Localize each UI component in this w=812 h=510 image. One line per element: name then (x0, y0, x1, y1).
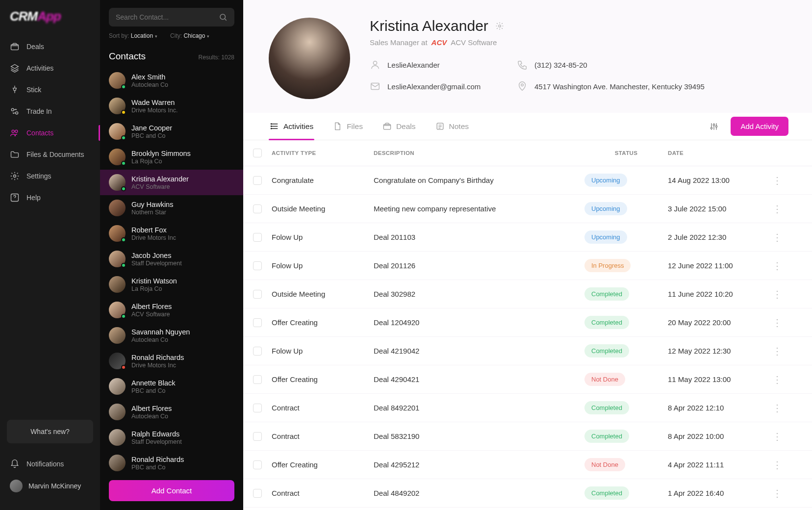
contact-row[interactable]: Jane CooperPBC and Co (100, 119, 243, 144)
avatar (109, 225, 126, 242)
contact-row[interactable]: Annette BlackPBC and Co (100, 374, 243, 399)
row-more-button[interactable]: ⋮ (766, 432, 788, 441)
row-more-button[interactable]: ⋮ (766, 204, 788, 214)
col-date: DATE (668, 150, 766, 156)
contact-company: La Roja Co (131, 158, 191, 165)
people-icon (10, 128, 20, 138)
search-input-wrap[interactable] (109, 8, 234, 26)
nav-item-settings[interactable]: Settings (0, 165, 100, 187)
contact-row[interactable]: Brooklyn SimmonsLa Roja Co (100, 144, 243, 170)
nav-item-trade-in[interactable]: Trade In (0, 101, 100, 122)
tab-activities[interactable]: Activities (269, 113, 314, 140)
status-dot (121, 110, 126, 115)
row-more-button[interactable]: ⋮ (766, 261, 788, 271)
row-checkbox[interactable] (253, 176, 262, 185)
row-checkbox[interactable] (253, 375, 262, 384)
search-input[interactable] (116, 13, 219, 21)
cell-activity-type: Contract (272, 432, 374, 440)
contact-profile: Kristina Alexander Sales Manager at ACV … (243, 0, 812, 113)
contact-row[interactable]: Albert FloresACV Software (100, 297, 243, 323)
row-checkbox[interactable] (253, 233, 262, 242)
contact-company: Autoclean Co (131, 413, 172, 420)
select-all-checkbox[interactable] (253, 149, 262, 157)
tab-deals[interactable]: Deals (381, 113, 417, 140)
contact-name: Alex Smith (131, 73, 168, 81)
contact-row[interactable]: Robert FoxDrive Motors Inc (100, 221, 243, 246)
contact-name: Albert Flores (131, 302, 172, 311)
add-activity-button[interactable]: Add Activity (731, 117, 788, 136)
city-value[interactable]: Chicago▾ (183, 32, 209, 39)
tab-label: Activities (283, 122, 313, 131)
row-checkbox[interactable] (253, 318, 262, 327)
nav-item-activities[interactable]: Activities (0, 57, 100, 79)
contact-name: Brooklyn Simmons (131, 149, 191, 158)
contact-name: Ronald Richards (131, 455, 184, 464)
row-checkbox[interactable] (253, 261, 262, 270)
row-more-button[interactable]: ⋮ (766, 346, 788, 356)
row-more-button[interactable]: ⋮ (766, 176, 788, 185)
status-badge: Completed (584, 430, 629, 443)
filter-settings-button[interactable] (705, 118, 723, 135)
contact-row[interactable]: Guy HawkinsNothern Star (100, 195, 243, 221)
row-checkbox[interactable] (253, 290, 262, 299)
gear-icon[interactable] (495, 22, 504, 30)
contact-row[interactable]: Ronald RichardsDrive Motors Inc (100, 348, 243, 374)
status-badge: Completed (584, 486, 629, 500)
contact-row[interactable]: Wade WarrenDrive Motors Inc. (100, 93, 243, 119)
contact-row[interactable]: Jacob JonesStaff Development (100, 246, 243, 272)
contact-name: Guy Hawkins (131, 200, 173, 209)
contact-row[interactable]: Ralph EdwardsStaff Development (100, 425, 243, 450)
sort-value[interactable]: Location▾ (131, 32, 157, 39)
contact-name: Kristin Watson (131, 277, 177, 285)
contact-row[interactable]: Kristin WatsonLa Roja Co (100, 272, 243, 297)
contact-company: PBC and Co (131, 464, 184, 471)
table-row: Offer Creating Deal 1204920 Completed 20… (243, 308, 812, 337)
row-more-button[interactable]: ⋮ (766, 460, 788, 470)
cell-activity-type: Contract (272, 489, 374, 497)
current-user[interactable]: Marvin McKinney (0, 475, 100, 497)
row-checkbox[interactable] (253, 460, 262, 469)
row-more-button[interactable]: ⋮ (766, 318, 788, 328)
cell-date: 14 Aug 2022 13:00 (668, 176, 766, 184)
row-checkbox[interactable] (253, 404, 262, 412)
nav-item-stick[interactable]: Stick (0, 79, 100, 101)
tab-files[interactable]: Files (332, 113, 364, 140)
row-more-button[interactable]: ⋮ (766, 488, 788, 498)
row-checkbox[interactable] (253, 347, 262, 356)
nav-item-contacts[interactable]: Contacts (0, 122, 100, 144)
cell-activity-type: Outside Meeting (272, 204, 374, 213)
cell-description: Deal 1204920 (374, 318, 584, 327)
nav-item-deals[interactable]: Deals (0, 36, 100, 57)
contact-row[interactable]: Savannah NguyenAutoclean Co (100, 323, 243, 348)
nav-item-help[interactable]: Help (0, 187, 100, 208)
tab-label: Notes (449, 122, 469, 131)
table-row: Contract Deal 5832190 Completed 8 Apr 20… (243, 422, 812, 451)
avatar (109, 123, 126, 140)
whats-new-card[interactable]: What's new? (7, 420, 93, 443)
help-icon (10, 193, 20, 203)
logo-crm: CRM (10, 9, 37, 24)
avatar (109, 72, 126, 89)
avatar (109, 455, 126, 471)
contact-row[interactable]: Kristina AlexanderACV Software (100, 170, 243, 195)
row-more-button[interactable]: ⋮ (766, 403, 788, 413)
tab-notes[interactable]: Notes (434, 113, 470, 140)
row-checkbox[interactable] (253, 489, 262, 498)
add-contact-button[interactable]: Add Contact (109, 480, 234, 501)
nav-item-files-documents[interactable]: Files & Documents (0, 144, 100, 165)
row-checkbox[interactable] (253, 204, 262, 213)
contact-row[interactable]: Albert FloresAutoclean Co (100, 399, 243, 425)
avatar (109, 174, 126, 191)
row-more-button[interactable]: ⋮ (766, 232, 788, 242)
cell-description: Deal 302982 (374, 290, 584, 298)
row-checkbox[interactable] (253, 432, 262, 441)
tab-label: Files (347, 122, 363, 131)
nav-notifications[interactable]: Notifications (0, 453, 100, 475)
row-more-button[interactable]: ⋮ (766, 289, 788, 299)
contact-row[interactable]: Ronald RichardsPBC and Co (100, 450, 243, 476)
contact-row[interactable]: Alex SmithAutoclean Co (100, 68, 243, 93)
row-more-button[interactable]: ⋮ (766, 375, 788, 384)
stack-icon (270, 122, 279, 131)
cell-activity-type: Folow Up (272, 347, 374, 355)
col-status: STATUS (584, 150, 668, 156)
